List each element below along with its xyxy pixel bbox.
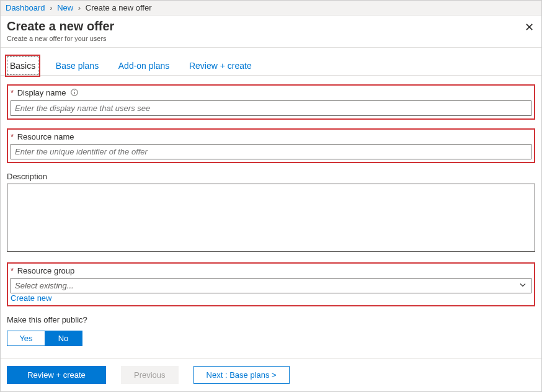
next-button[interactable]: Next : Base plans > (193, 366, 290, 384)
public-label: Make this offer public? (7, 315, 535, 324)
resource-group-placeholder: Select existing... (15, 281, 74, 290)
breadcrumb-current: Create a new offer (86, 3, 152, 12)
resource-name-label: Resource name (17, 132, 74, 141)
resource-group-label: Resource group (17, 266, 75, 275)
tab-basics[interactable]: Basics (7, 56, 38, 75)
description-label: Description (7, 172, 535, 181)
form-area: * Display name * Resource name Descripti… (1, 76, 541, 352)
create-new-link[interactable]: Create new (11, 293, 51, 303)
required-icon: * (11, 88, 14, 97)
display-name-input[interactable] (11, 100, 531, 116)
resource-group-group: * Resource group Select existing... Crea… (7, 262, 535, 306)
resource-group-select[interactable]: Select existing... (11, 278, 531, 293)
display-name-label: Display name (17, 88, 66, 97)
required-icon: * (11, 266, 14, 275)
svg-rect-2 (74, 91, 74, 91)
chevron-right-icon: › (78, 3, 81, 12)
page-header: Create a new offer Create a new offer fo… (1, 16, 541, 48)
page-title: Create a new offer (7, 19, 535, 33)
resource-group-label-row: * Resource group (11, 266, 531, 275)
close-icon: ✕ (525, 21, 534, 33)
tab-review-create[interactable]: Review + create (187, 57, 254, 74)
page-subtitle: Create a new offer for your users (7, 35, 535, 42)
required-icon: * (11, 132, 14, 141)
svg-rect-1 (74, 92, 74, 94)
display-name-label-row: * Display name (11, 88, 531, 98)
previous-button[interactable]: Previous (121, 366, 179, 384)
tab-base-plans[interactable]: Base plans (53, 57, 101, 74)
breadcrumb-dashboard[interactable]: Dashboard (6, 3, 45, 12)
resource-name-label-row: * Resource name (11, 132, 531, 141)
display-name-group: * Display name (7, 84, 535, 120)
description-input[interactable] (7, 184, 535, 252)
resource-name-group: * Resource name (7, 128, 535, 163)
close-button[interactable]: ✕ (525, 22, 534, 33)
breadcrumb: Dashboard › New › Create a new offer (1, 1, 541, 16)
public-toggle: Yes No (7, 331, 82, 346)
review-create-button[interactable]: Review + create (7, 366, 106, 384)
public-group: Make this offer public? Yes No (7, 315, 535, 346)
footer-bar: Review + create Previous Next : Base pla… (1, 358, 541, 391)
chevron-right-icon: › (50, 3, 52, 12)
info-icon[interactable] (71, 89, 78, 98)
public-yes-button[interactable]: Yes (7, 331, 45, 345)
public-no-button[interactable]: No (45, 331, 82, 345)
tab-bar: Basics Base plans Add-on plans Review + … (1, 48, 541, 76)
resource-name-input[interactable] (11, 144, 531, 159)
breadcrumb-new[interactable]: New (57, 3, 73, 12)
chevron-down-icon (519, 281, 526, 290)
description-group: Description (7, 172, 535, 254)
tab-addon-plans[interactable]: Add-on plans (116, 57, 172, 74)
